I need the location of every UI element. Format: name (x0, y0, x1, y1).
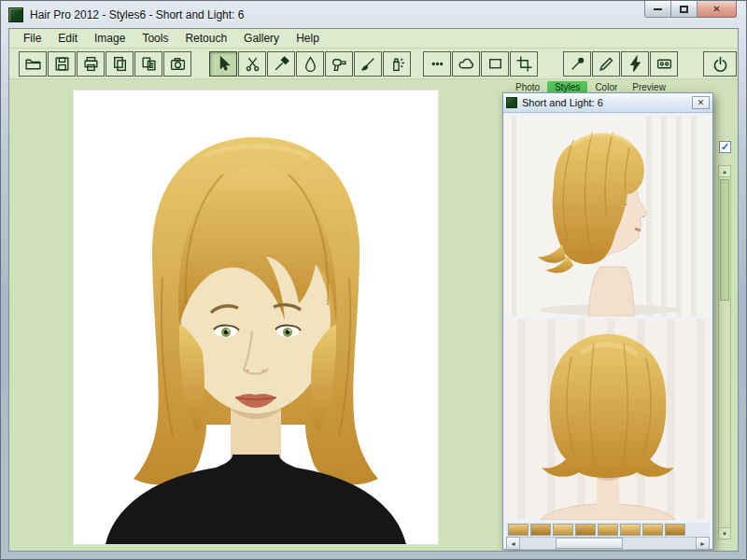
scroll-up-icon[interactable]: ▲ (719, 166, 730, 177)
select-arrow-button[interactable] (209, 51, 237, 77)
menu-gallery[interactable]: Gallery (235, 30, 288, 48)
style-thumbnail[interactable] (620, 524, 641, 536)
pattern-dots-button[interactable] (423, 51, 451, 77)
scissors-button[interactable] (238, 51, 266, 77)
cloud-icon (458, 55, 475, 73)
style-preview-window: Short and Light: 6 ✕ (502, 92, 713, 550)
close-icon: ✕ (712, 4, 720, 14)
style-window-close-button[interactable]: ✕ (692, 96, 710, 109)
main-photo[interactable] (74, 91, 438, 544)
scroll-left-icon[interactable]: ◄ (506, 537, 520, 550)
airbrush-icon (388, 55, 406, 73)
paintbrush-icon (359, 55, 377, 73)
rectangle-select-button[interactable] (481, 51, 509, 77)
power-button[interactable] (703, 51, 737, 77)
maximize-icon (680, 6, 688, 13)
hair-pro-window: Hair Pro 2012 - Styles6 - Short and Ligh… (0, 0, 747, 560)
droplet-button[interactable] (296, 51, 324, 77)
camera-button[interactable] (163, 51, 191, 77)
lightning-button[interactable] (621, 51, 649, 77)
wig-photo-side[interactable] (506, 116, 710, 316)
minimize-button[interactable] (644, 1, 671, 18)
pin-icon (569, 55, 586, 73)
style-window-title: Short and Light: 6 (522, 97, 692, 108)
wig-side-image (506, 116, 710, 316)
droplet-icon (302, 55, 319, 73)
wig-back-image (506, 319, 710, 520)
power-icon (712, 55, 729, 73)
save-button[interactable] (48, 51, 76, 77)
menu-image[interactable]: Image (86, 30, 134, 48)
close-icon: ✕ (698, 98, 705, 107)
app-logo-icon (8, 7, 23, 22)
menu-retouch[interactable]: Retouch (176, 30, 235, 48)
airbrush-button[interactable] (383, 51, 411, 77)
style-thumbnail[interactable] (642, 524, 663, 536)
horizontal-scroll-track[interactable] (520, 537, 696, 550)
open-folder-button[interactable] (19, 51, 47, 77)
eyedropper-icon (273, 55, 290, 73)
window-frame: Hair Pro 2012 - Styles6 - Short and Ligh… (0, 0, 747, 560)
menu-tools[interactable]: Tools (134, 30, 176, 48)
window-controls: ✕ (644, 1, 737, 18)
cloud-button[interactable] (452, 51, 480, 77)
eyedropper-button[interactable] (267, 51, 295, 77)
style-checkbox[interactable]: ✓ (719, 141, 731, 153)
lightning-icon (627, 55, 644, 73)
style-thumbnail[interactable] (530, 524, 551, 536)
style-window-icon (506, 97, 517, 108)
minimize-icon (654, 4, 662, 10)
portrait-image (74, 91, 438, 544)
paintbrush-button[interactable] (354, 51, 382, 77)
style-thumbnail[interactable] (508, 524, 529, 536)
toolbar (9, 49, 738, 79)
canvas-area[interactable]: Photo Styles Color Preview ✓ ▲ ▼ Short (9, 79, 738, 551)
window-title: Hair Pro 2012 - Styles6 - Short and Ligh… (30, 8, 244, 21)
menu-file[interactable]: File (15, 30, 49, 48)
copy-button[interactable] (106, 51, 134, 77)
horizontal-scroll-thumb[interactable] (556, 538, 623, 549)
camera-icon (169, 55, 187, 73)
marker-button[interactable] (592, 51, 620, 77)
style-thumbnails (506, 523, 710, 537)
style-thumbnail[interactable] (665, 524, 685, 536)
style-thumbnail[interactable] (575, 524, 596, 536)
menu-bar: File Edit Image Tools Retouch Gallery He… (9, 29, 738, 49)
client-area: File Edit Image Tools Retouch Gallery He… (8, 28, 739, 552)
scroll-right-icon[interactable]: ► (696, 537, 710, 550)
close-button[interactable]: ✕ (698, 1, 737, 18)
menu-edit[interactable]: Edit (49, 30, 86, 48)
horizontal-scrollbar[interactable]: ◄ ► (506, 537, 710, 550)
titlebar[interactable]: Hair Pro 2012 - Styles6 - Short and Ligh… (1, 1, 746, 28)
open-folder-icon (24, 55, 42, 73)
duplicate-button[interactable] (134, 51, 162, 77)
menu-help[interactable]: Help (288, 30, 328, 48)
print-button[interactable] (77, 51, 105, 77)
vertical-scroll-thumb[interactable] (720, 179, 729, 301)
marker-icon (598, 55, 615, 73)
style-window-titlebar[interactable]: Short and Light: 6 ✕ (503, 93, 712, 113)
scissors-icon (244, 55, 261, 73)
crop-button[interactable] (510, 51, 538, 77)
hair-dryer-icon (331, 55, 348, 73)
save-icon (53, 55, 71, 73)
print-icon (82, 55, 100, 73)
copy-icon (111, 55, 129, 73)
cassette-icon (655, 55, 673, 73)
style-thumbnail[interactable] (598, 524, 618, 536)
pin-button[interactable] (563, 51, 591, 77)
style-window-body: ◄ ► (503, 113, 712, 551)
duplicate-icon (140, 55, 158, 73)
pattern-dots-icon (429, 55, 446, 73)
crop-icon (515, 55, 533, 73)
cassette-button[interactable] (650, 51, 678, 77)
wig-photo-back[interactable] (506, 319, 710, 520)
style-thumbnail[interactable] (553, 524, 573, 536)
scroll-down-icon[interactable]: ▼ (719, 527, 730, 539)
vertical-scrollbar[interactable]: ▲ ▼ (718, 165, 731, 539)
hair-dryer-button[interactable] (325, 51, 353, 77)
select-arrow-icon (215, 55, 233, 73)
maximize-button[interactable] (671, 1, 698, 18)
rectangle-select-icon (486, 55, 504, 73)
